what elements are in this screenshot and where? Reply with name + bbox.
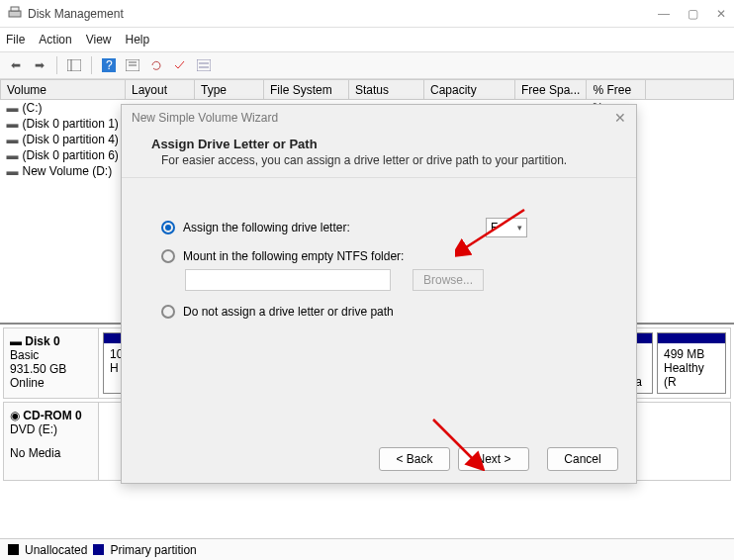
svg-rect-9 (197, 59, 211, 71)
radio-no-assign[interactable]: Do not assign a drive letter or drive pa… (161, 305, 606, 319)
col-freespace[interactable]: Free Spa... (515, 80, 587, 100)
dialog-header: Assign Drive Letter or Path For easier a… (122, 131, 636, 178)
app-icon (8, 5, 22, 22)
radio-icon[interactable] (161, 249, 175, 263)
back-button[interactable]: < Back (379, 447, 450, 471)
col-volume[interactable]: Volume (1, 80, 126, 100)
legend: Unallocated Primary partition (0, 538, 734, 560)
col-type[interactable]: Type (195, 80, 264, 100)
radio-icon[interactable] (161, 221, 175, 234)
col-capacity[interactable]: Capacity (424, 80, 515, 100)
forward-icon[interactable]: ➡ (30, 55, 49, 75)
col-status[interactable]: Status (349, 80, 424, 100)
partition[interactable]: 499 MBHealthy (R (657, 332, 726, 394)
toolbar: ⬅ ➡ ? (0, 51, 734, 79)
svg-rect-2 (67, 59, 81, 71)
help-icon[interactable]: ? (99, 55, 119, 75)
list-icon[interactable] (194, 55, 214, 75)
radio-icon[interactable] (161, 305, 175, 319)
dialog-title: New Simple Volume Wizard (132, 111, 278, 125)
maximize-icon[interactable]: ▢ (688, 7, 698, 21)
wizard-dialog: New Simple Volume Wizard ✕ Assign Drive … (121, 104, 637, 484)
legend-unallocated: Unallocated (25, 543, 87, 557)
drive-letter-select[interactable]: F ▾ (486, 218, 527, 237)
legend-primary: Primary partition (110, 543, 196, 557)
svg-rect-1 (11, 7, 19, 11)
back-icon[interactable]: ⬅ (6, 55, 26, 75)
svg-text:?: ? (106, 58, 113, 72)
radio-mount-folder[interactable]: Mount in the following empty NTFS folder… (161, 249, 606, 263)
svg-rect-0 (9, 11, 21, 17)
close-icon[interactable]: ✕ (716, 7, 726, 21)
close-icon[interactable]: ✕ (614, 110, 626, 126)
swatch-unallocated (8, 544, 19, 555)
radio-assign-letter[interactable]: Assign the following drive letter: F ▾ (161, 218, 606, 237)
refresh-icon[interactable] (146, 55, 166, 75)
dialog-subheading: For easier access, you can assign a driv… (161, 153, 606, 167)
panel-icon[interactable] (64, 55, 84, 75)
menu-file[interactable]: File (6, 33, 25, 47)
menu-view[interactable]: View (86, 33, 112, 47)
dialog-heading: Assign Drive Letter or Path (151, 137, 606, 151)
folder-path-input (185, 269, 391, 291)
col-fs[interactable]: File System (264, 80, 349, 100)
chevron-down-icon: ▾ (517, 223, 522, 233)
dialog-titlebar: New Simple Volume Wizard ✕ (122, 105, 636, 131)
check-icon[interactable] (170, 55, 190, 75)
settings-icon[interactable] (123, 55, 142, 75)
col-pctfree[interactable]: % Free (587, 80, 646, 100)
window-title: Disk Management (28, 7, 658, 21)
minimize-icon[interactable]: — (658, 7, 670, 21)
cancel-button[interactable]: Cancel (547, 447, 618, 471)
disk-label[interactable]: ◉ CD-ROM 0 DVD (E:) No Media (4, 403, 99, 480)
menubar: File Action View Help (0, 28, 734, 51)
titlebar: Disk Management — ▢ ✕ (0, 0, 734, 28)
disk-label[interactable]: ▬ Disk 0 Basic 931.50 GB Online (4, 328, 99, 398)
next-button[interactable]: Next > (458, 447, 529, 471)
col-layout[interactable]: Layout (126, 80, 195, 100)
menu-help[interactable]: Help (126, 33, 150, 47)
swatch-primary (93, 544, 104, 555)
menu-action[interactable]: Action (39, 33, 71, 47)
browse-button: Browse... (413, 269, 484, 291)
